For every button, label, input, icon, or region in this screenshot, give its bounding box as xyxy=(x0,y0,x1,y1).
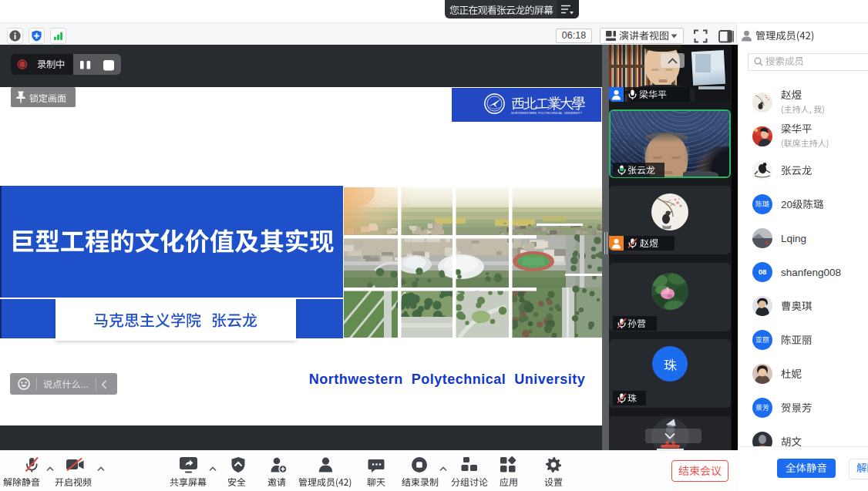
svg-text:NORTHWESTERN POLYTECHNICAL U: NORTHWESTERN POLYTECHNICAL UNIVERSITY xyxy=(511,111,582,115)
